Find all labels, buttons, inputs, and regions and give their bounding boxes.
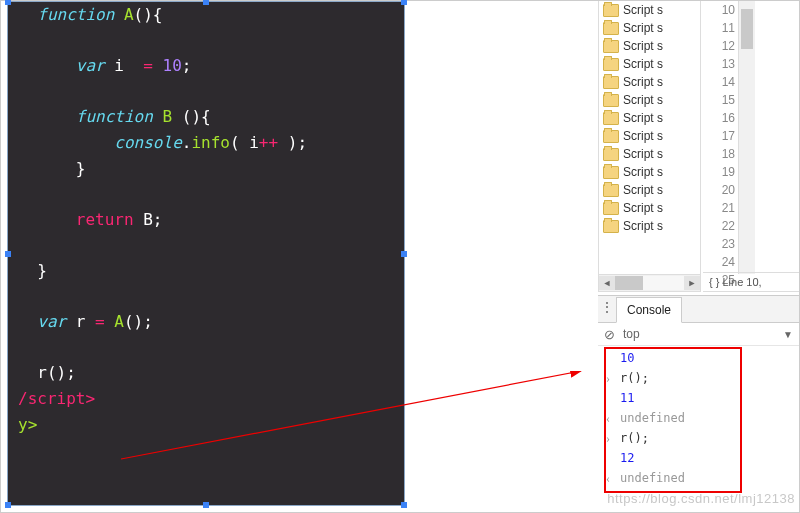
line-number: 15 <box>703 91 735 109</box>
console-toolbar: ⊘ top ▼ <box>598 323 799 346</box>
selection-handle[interactable] <box>203 502 209 508</box>
folder-icon <box>603 40 619 53</box>
line-number: 10 <box>703 1 735 19</box>
file-row[interactable]: Script s <box>599 181 700 199</box>
file-label: Script s <box>623 93 663 107</box>
selection-handle[interactable] <box>401 251 407 257</box>
console-line: ›r(); <box>606 368 799 388</box>
file-row[interactable]: Script s <box>599 91 700 109</box>
console-line: 12 <box>606 448 799 468</box>
prompt-glyph: ‹ <box>606 408 616 428</box>
folder-icon <box>603 76 619 89</box>
file-row[interactable]: Script s <box>599 37 700 55</box>
file-row[interactable]: Script s <box>599 199 700 217</box>
line-number: 23 <box>703 235 735 253</box>
selection-handle[interactable] <box>401 502 407 508</box>
file-label: Script s <box>623 129 663 143</box>
folder-icon <box>603 148 619 161</box>
app-frame: function A(){ var i = 10; function B (){… <box>0 0 800 513</box>
console-line: ‹undefined <box>606 408 799 428</box>
console-text: r(); <box>620 428 649 448</box>
line-number: 22 <box>703 217 735 235</box>
vertical-scrollbar[interactable] <box>738 1 755 274</box>
folder-icon <box>603 58 619 71</box>
console-output[interactable]: 10›r();11‹undefined›r();12‹undefined <box>598 346 799 488</box>
scroll-track[interactable] <box>615 276 684 290</box>
prompt-glyph: › <box>606 368 616 388</box>
line-number: 16 <box>703 109 735 127</box>
scroll-right-arrow[interactable]: ► <box>684 276 700 290</box>
console-line: 10 <box>606 348 799 368</box>
console-panel: ⋮ Console ⊘ top ▼ 10›r();11‹undefined›r(… <box>598 295 799 512</box>
console-text: r(); <box>620 368 649 388</box>
console-line: 11 <box>606 388 799 408</box>
file-row[interactable]: Script s <box>599 163 700 181</box>
selection-handle[interactable] <box>5 251 11 257</box>
line-number: 14 <box>703 73 735 91</box>
folder-icon <box>603 94 619 107</box>
file-row[interactable]: Script s <box>599 55 700 73</box>
scroll-left-arrow[interactable]: ◄ <box>599 276 615 290</box>
console-text: undefined <box>620 408 685 428</box>
selection-handle[interactable] <box>401 0 407 5</box>
scroll-thumb[interactable] <box>615 276 643 290</box>
line-number: 20 <box>703 181 735 199</box>
file-row[interactable]: Script s <box>599 109 700 127</box>
source-code[interactable]: function A(){ var i = 10; function B (){… <box>12 2 404 437</box>
folder-icon <box>603 112 619 125</box>
folder-icon <box>603 166 619 179</box>
file-label: Script s <box>623 183 663 197</box>
console-text: undefined <box>620 468 685 488</box>
console-text: 10 <box>620 348 634 368</box>
console-line: ‹undefined <box>606 468 799 488</box>
folder-icon <box>603 184 619 197</box>
file-row[interactable]: Script s <box>599 217 700 235</box>
file-label: Script s <box>623 3 663 17</box>
file-label: Script s <box>623 57 663 71</box>
file-row[interactable]: Script s <box>599 145 700 163</box>
file-navigator[interactable]: Script sScript sScript sScript sScript s… <box>598 1 701 274</box>
file-row[interactable]: Script s <box>599 19 700 37</box>
line-number: 21 <box>703 199 735 217</box>
line-number: 18 <box>703 145 735 163</box>
code-editor[interactable]: function A(){ var i = 10; function B (){… <box>7 1 405 506</box>
line-number: 12 <box>703 37 735 55</box>
status-bar: { } Line 10, <box>703 272 799 292</box>
console-text: 12 <box>620 448 634 468</box>
watermark: https://blog.csdn.net/lmj12138 <box>607 491 795 506</box>
tab-console[interactable]: Console <box>616 297 682 323</box>
horizontal-scrollbar[interactable]: ◄ ► <box>598 274 701 292</box>
folder-icon <box>603 22 619 35</box>
console-text: 11 <box>620 388 634 408</box>
file-row[interactable]: Script s <box>599 1 700 19</box>
file-label: Script s <box>623 75 663 89</box>
file-row[interactable]: Script s <box>599 73 700 91</box>
prompt-glyph: ‹ <box>606 468 616 488</box>
cursor-position: { } Line 10, <box>709 276 762 288</box>
folder-icon <box>603 4 619 17</box>
context-selector[interactable]: top <box>623 327 640 341</box>
file-label: Script s <box>623 165 663 179</box>
line-number: 24 <box>703 253 735 271</box>
kebab-menu-icon[interactable]: ⋮ <box>598 296 616 322</box>
file-label: Script s <box>623 201 663 215</box>
devtools-panel: Script sScript sScript sScript sScript s… <box>408 1 799 512</box>
file-label: Script s <box>623 21 663 35</box>
line-number: 19 <box>703 163 735 181</box>
selection-handle[interactable] <box>5 502 11 508</box>
chevron-down-icon[interactable]: ▼ <box>783 329 793 340</box>
console-tabbar: ⋮ Console <box>598 296 799 323</box>
folder-icon <box>603 220 619 233</box>
clear-console-icon[interactable]: ⊘ <box>604 327 615 342</box>
folder-icon <box>603 130 619 143</box>
console-line: ›r(); <box>606 428 799 448</box>
line-number-gutter: 10111213141516171819202122232425 <box>703 1 739 274</box>
selection-handle[interactable] <box>5 0 11 5</box>
file-row[interactable]: Script s <box>599 127 700 145</box>
folder-icon <box>603 202 619 215</box>
prompt-glyph: › <box>606 428 616 448</box>
scroll-thumb[interactable] <box>741 9 753 49</box>
selection-handle[interactable] <box>203 0 209 5</box>
file-label: Script s <box>623 219 663 233</box>
file-label: Script s <box>623 147 663 161</box>
